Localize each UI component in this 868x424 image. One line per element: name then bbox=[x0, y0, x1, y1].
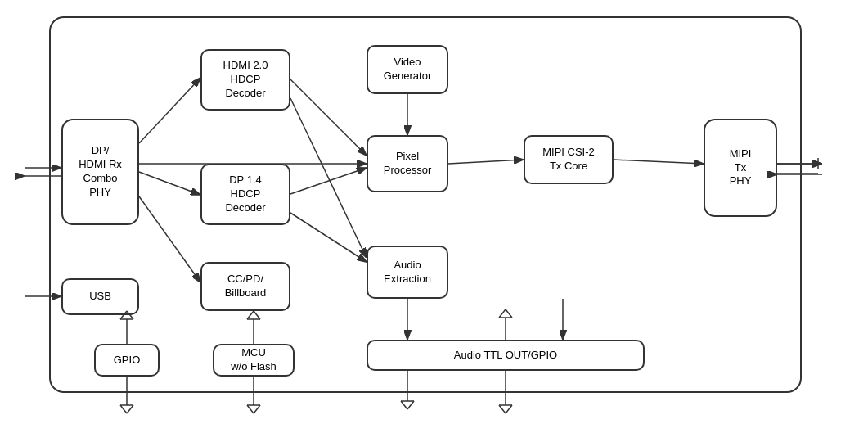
block-audio-ttl: Audio TTL OUT/GPIO bbox=[367, 340, 645, 371]
svg-line-26 bbox=[407, 401, 414, 409]
svg-line-25 bbox=[401, 401, 407, 409]
block-mipi-csi2: MIPI CSI-2 Tx Core bbox=[524, 135, 614, 184]
block-mipi-tx-phy: MIPI Tx PHY bbox=[704, 119, 777, 217]
svg-line-46 bbox=[506, 405, 512, 413]
svg-line-38 bbox=[254, 405, 260, 413]
svg-line-30 bbox=[127, 405, 133, 413]
block-hdmi-decoder: HDMI 2.0 HDCP Decoder bbox=[200, 49, 290, 111]
svg-line-29 bbox=[120, 405, 127, 413]
block-dp-decoder: DP 1.4 HDCP Decoder bbox=[200, 164, 290, 225]
block-gpio: GPIO bbox=[94, 344, 160, 377]
svg-line-45 bbox=[499, 405, 506, 413]
diagram-container: DP/ HDMI Rx Combo PHY USB GPIO MCU w/o F… bbox=[0, 0, 868, 424]
block-ccpd: CC/PD/ Billboard bbox=[200, 262, 290, 311]
block-mcu: MCU w/o Flash bbox=[213, 344, 295, 377]
block-usb: USB bbox=[61, 278, 139, 315]
block-pixel-proc: Pixel Processor bbox=[367, 135, 448, 192]
svg-line-37 bbox=[247, 405, 254, 413]
block-video-gen: Video Generator bbox=[367, 45, 448, 94]
block-dp-hdmi-phy: DP/ HDMI Rx Combo PHY bbox=[61, 119, 139, 225]
block-audio-extraction: Audio Extraction bbox=[367, 246, 448, 299]
